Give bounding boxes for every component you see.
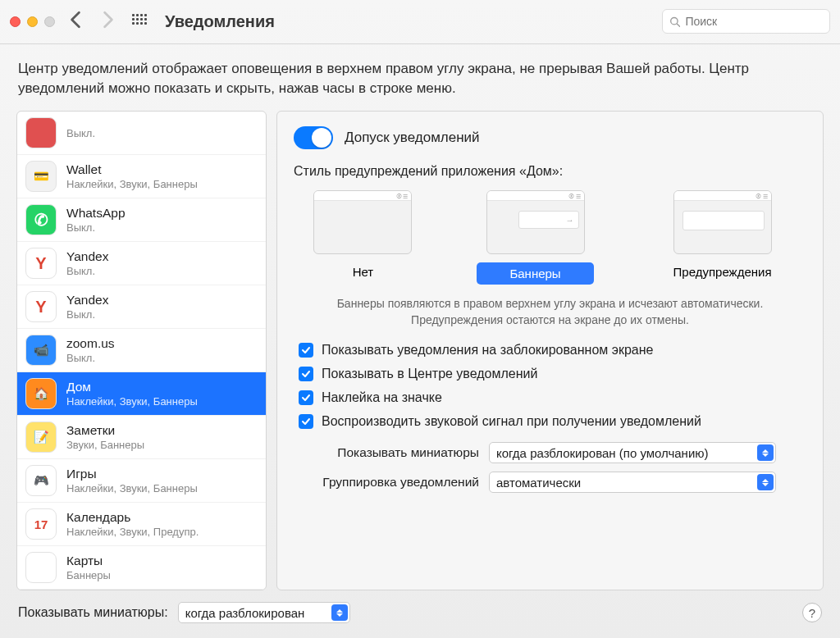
app-row[interactable]: 🎮 Игры Наклейки, Звуки, Баннеры [17,459,266,503]
chevron-updown-icon [331,604,348,621]
svg-line-1 [677,24,679,26]
app-icon: 🎮 [25,465,57,496]
checkbox-row[interactable]: Наклейка на значке [299,390,806,405]
search-input[interactable] [685,15,823,28]
checkbox-label: Наклейка на значке [322,390,442,405]
checkbox-icon [299,343,313,358]
app-sub: Выкл. [66,265,108,277]
help-button[interactable]: ? [802,603,822,622]
window-title: Уведомления [165,12,275,31]
app-sub: Баннеры [66,569,111,581]
alert-style-title: Стиль предупреждений приложения «Дом»: [294,164,806,179]
allow-notifications-label: Допуск уведомлений [345,130,480,146]
checkbox-row[interactable]: Воспроизводить звуковой сигнал при получ… [299,414,806,429]
checkbox-label: Воспроизводить звуковой сигнал при получ… [322,414,701,429]
app-name: Календарь [66,510,199,525]
app-icon: 🏠 [25,378,57,409]
app-row[interactable]: 💳 Wallet Наклейки, Звуки, Баннеры [17,155,266,198]
app-sub: Наклейки, Звуки, Баннеры [66,178,198,190]
show-all-icon[interactable] [132,14,147,29]
app-name: WhatsApp [66,206,126,221]
detail-pane: Допуск уведомлений Стиль предупреждений … [276,111,824,590]
search-icon [669,16,680,28]
app-row[interactable]: Выкл. [17,112,266,155]
forward-button[interactable] [103,11,114,32]
app-sub: Звуки, Баннеры [66,439,144,451]
app-icon [25,117,57,148]
app-row[interactable]: 🏠 Дом Наклейки, Звуки, Баннеры [17,372,266,416]
app-sub: Выкл. [66,352,115,364]
app-name: Игры [66,467,198,481]
app-sub: Выкл. [66,127,95,139]
checkbox-icon [299,414,313,429]
allow-notifications-toggle[interactable] [294,126,333,149]
app-icon: 17 [25,508,57,540]
style-option-banners[interactable]: ⦿ ☰→ Баннеры [477,190,593,285]
app-sub: Наклейки, Звуки, Предупр. [66,526,199,538]
chevron-updown-icon [757,444,774,461]
close-icon[interactable] [10,16,21,27]
app-name: Yandex [66,293,108,308]
style-hint: Баннеры появляются в правом верхнем углу… [310,296,790,328]
back-button[interactable] [70,11,81,32]
app-row[interactable]: ✆ WhatsApp Выкл. [17,198,266,242]
previews-label: Показывать миниатюры [307,445,479,460]
style-option-none[interactable]: ⦿ ☰ Нет [313,190,412,285]
app-name: Yandex [66,249,108,264]
app-sub: Наклейки, Звуки, Баннеры [66,395,198,408]
checkbox-row[interactable]: Показывать в Центре уведомлений [299,367,806,381]
app-icon: 📝 [25,422,57,453]
checkbox-icon [299,367,313,381]
app-row[interactable]: Y Yandex Выкл. [17,285,266,329]
app-row[interactable]: 🗺 Карты Баннеры [17,546,266,590]
app-icon: 💳 [25,161,57,192]
app-name: Wallet [66,162,198,177]
app-row[interactable]: 📝 Заметки Звуки, Баннеры [17,416,266,459]
description-text: Центр уведомлений отображает оповещения … [0,44,840,111]
checkbox-row[interactable]: Показывать уведомления на заблокированно… [299,343,806,358]
app-sub: Наклейки, Звуки, Баннеры [66,482,198,494]
chevron-updown-icon [757,474,774,490]
checkbox-label: Показывать в Центре уведомлений [322,367,537,381]
footer-previews-label: Показывать миниатюры: [18,605,168,620]
app-icon: Y [25,291,57,322]
app-icon: 🗺 [25,552,57,583]
search-field[interactable] [662,9,830,34]
grouping-label: Группировка уведомлений [307,475,479,490]
style-alerts-label: Предупреждения [659,262,787,281]
previews-select[interactable]: когда разблокирован (по умолчанию) [489,442,776,463]
app-list: Выкл. 💳 Wallet Наклейки, Звуки, Баннеры … [16,111,267,590]
app-name: Заметки [66,423,144,438]
app-row[interactable]: Y Yandex Выкл. [17,242,266,285]
app-icon: Y [25,248,57,279]
window-controls [10,16,55,27]
zoom-icon [44,16,55,27]
style-option-alerts[interactable]: ⦿ ☰ Предупреждения [659,190,787,285]
app-name: Дом [66,380,198,394]
titlebar: Уведомления [0,0,840,44]
app-row[interactable]: 📹 zoom.us Выкл. [17,329,266,372]
grouping-select[interactable]: автоматически [489,472,776,493]
app-icon: 📹 [25,335,57,366]
app-name: Карты [66,554,111,568]
minimize-icon[interactable] [27,16,38,27]
checkbox-label: Показывать уведомления на заблокированно… [322,343,653,358]
style-banners-label: Баннеры [477,262,593,285]
footer-previews-select[interactable]: когда разблокирован [178,602,350,623]
app-sub: Выкл. [66,221,126,234]
app-row[interactable]: 17 Календарь Наклейки, Звуки, Предупр. [17,503,266,546]
style-none-label: Нет [338,262,389,281]
app-icon: ✆ [25,204,57,235]
app-name: zoom.us [66,336,115,351]
app-sub: Выкл. [66,308,108,321]
checkbox-icon [299,390,313,405]
